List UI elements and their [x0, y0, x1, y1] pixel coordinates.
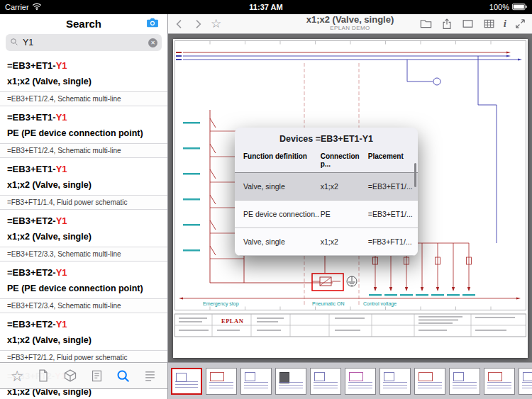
result-function: PE (PE device connection point)	[7, 283, 160, 293]
page-thumbnail[interactable]	[275, 368, 306, 395]
result-function: x1;x2 (Valve, single)	[7, 77, 160, 86]
result-device-tag: =EB3+ET2-Y1	[7, 267, 160, 278]
result-function: x1;x2 (Valve, single)	[7, 180, 160, 190]
result-device-tag: =EB3+ET1-Y1	[7, 112, 160, 123]
result-device-tag: =EB3+ET2-Y1	[7, 215, 160, 226]
search-results-list: =EB3+ET1-Y1 x1;x2 (Valve, single) =EB3+E…	[0, 55, 167, 399]
column-placement: Placement	[367, 152, 418, 168]
devices-popup: Devices =EB3+ET1-Y1 Function definition …	[235, 128, 418, 256]
page-thumbnail[interactable]	[414, 368, 445, 395]
selected-device-highlight[interactable]	[312, 274, 343, 291]
page-thumbnail[interactable]	[345, 368, 376, 395]
result-device-tag: =EB3+ET1-Y1	[7, 164, 160, 174]
search-icon	[10, 36, 18, 49]
search-result[interactable]: =EB3+ET2-Y1 x1;x2 (Valve, single) =EB3+E…	[0, 210, 167, 262]
result-location: =EB3+ET1/2.4, Schematic multi-line	[0, 143, 167, 158]
page-thumbnail[interactable]	[379, 368, 411, 395]
search-result[interactable]: =EB3+ET1-Y1 PE (PE device connection poi…	[0, 106, 167, 158]
info-icon[interactable]: i	[504, 18, 506, 29]
result-function: x1;x2 (Valve, single)	[7, 335, 160, 345]
result-location: =EB3+ET2/3.3, Schematic multi-line	[0, 247, 167, 262]
result-location: =FB3+FT1/1.4, Fluid power schematic	[0, 195, 167, 210]
photo-search-button[interactable]	[145, 16, 160, 33]
drawing-canvas[interactable]: Emergency stop Pneumatic ON Control volt…	[168, 34, 532, 362]
page-thumbnail[interactable]	[240, 368, 272, 395]
fullscreen-icon[interactable]	[514, 18, 526, 30]
title-block-brand: EPLAN	[221, 317, 244, 325]
page-thumbnail[interactable]	[484, 368, 515, 395]
carrier-label: Carrier	[5, 3, 29, 11]
sidebar-title: Search	[66, 18, 101, 30]
popup-table-header: Function definition Connection p... Plac…	[235, 149, 418, 173]
wifi-icon	[32, 2, 42, 12]
result-location: =EB3+ET2/3.4, Schematic multi-line	[0, 298, 167, 313]
clock: 11:37 AM	[0, 3, 532, 11]
clear-search-button[interactable]: ✕	[148, 38, 157, 47]
page-thumbnail[interactable]	[171, 368, 202, 395]
battery-percent: 100%	[489, 3, 509, 11]
pages-icon[interactable]	[36, 369, 50, 383]
main-view: ☆ x1;x2 (Valve, single) EPLAN DEMO i	[168, 14, 532, 399]
title-block: EPLAN	[175, 314, 526, 337]
search-result[interactable]: =EB3+ET1-Y1 x1;x2 (Valve, single) =FB3+F…	[0, 158, 167, 210]
page-thumbnail[interactable]	[206, 368, 237, 395]
forward-button[interactable]	[192, 18, 204, 30]
battery-icon	[512, 3, 527, 12]
sidebar-toolbar: ☆	[0, 362, 167, 389]
status-bar: Carrier 11:37 AM 100%	[0, 0, 532, 14]
parts-list-icon[interactable]	[90, 369, 104, 383]
page-thumbnail[interactable]	[519, 368, 532, 395]
3d-view-icon[interactable]	[63, 369, 77, 383]
section-labels: Emergency stop Pneumatic ON Control volt…	[203, 301, 397, 307]
folder-icon[interactable]	[419, 17, 433, 30]
favorite-star-button[interactable]: ☆	[211, 18, 221, 30]
result-location: =EB3+ET1/2.4, Schematic multi-line	[0, 91, 167, 106]
column-function-definition: Function definition	[235, 152, 319, 168]
result-function: x1;x2 (Valve, single)	[7, 232, 160, 242]
notes-icon[interactable]	[143, 369, 157, 383]
share-icon[interactable]	[440, 18, 453, 30]
popup-scrollbar[interactable]	[414, 163, 416, 187]
device-row[interactable]: Valve, single x1;x2 =FB3+FT1/...	[235, 228, 418, 256]
page-thumbnail[interactable]	[449, 368, 480, 395]
page-thumbnail-strip	[168, 362, 532, 399]
bottom-potential-line	[179, 297, 521, 299]
popup-title: Devices =EB3+ET1-Y1	[235, 128, 418, 149]
section-label-emergency-stop: Emergency stop	[203, 301, 239, 307]
section-label-pneumatic-on: Pneumatic ON	[312, 301, 345, 306]
camera-icon	[145, 16, 160, 30]
navigation-bar: ☆ x1;x2 (Valve, single) EPLAN DEMO i	[168, 14, 532, 34]
search-input[interactable]	[21, 37, 145, 48]
device-row[interactable]: Valve, single x1;x2 =EB3+ET1/...	[235, 173, 418, 201]
search-tab-icon[interactable]	[116, 369, 131, 383]
column-connection-point: Connection p...	[319, 152, 367, 168]
device-row[interactable]: PE device connection... PE =EB3+ET1/...	[235, 201, 418, 228]
search-result[interactable]: =EB3+ET1-Y1 x1;x2 (Valve, single) =EB3+E…	[0, 55, 167, 106]
search-result[interactable]: =EB3+ET2-Y1 x1;x2 (Valve, single) =FB3+F…	[0, 313, 167, 365]
search-panel: Search ✕ =EB3+ET1-Y1 x1;x2 (Valve, singl…	[0, 14, 168, 399]
favorites-star-icon[interactable]: ☆	[11, 369, 24, 383]
section-label-control-voltage: Control voltage	[363, 301, 397, 307]
grid-view-icon[interactable]	[482, 17, 496, 30]
single-page-view-icon[interactable]	[461, 17, 475, 30]
ground-symbol	[347, 276, 357, 286]
search-field: ✕	[6, 34, 162, 51]
back-button[interactable]	[174, 18, 185, 30]
page-thumbnail[interactable]	[310, 368, 341, 395]
result-device-tag: =EB3+ET2-Y1	[7, 319, 160, 330]
result-device-tag: =EB3+ET1-Y1	[7, 60, 160, 71]
search-result[interactable]: =EB3+ET2-Y1 PE (PE device connection poi…	[0, 262, 167, 313]
result-function: PE (PE device connection point)	[7, 128, 160, 138]
